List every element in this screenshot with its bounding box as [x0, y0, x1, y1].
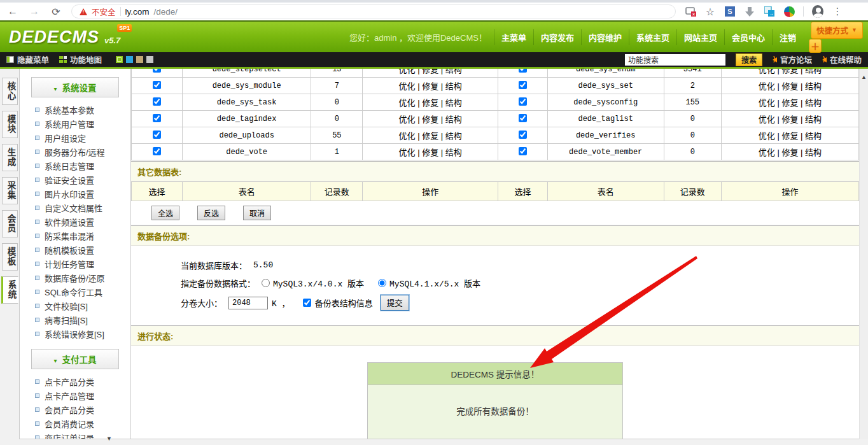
ops-link-优化[interactable]: 优化: [399, 81, 416, 91]
download-arrow-icon[interactable]: [744, 6, 755, 17]
security-warning-label[interactable]: 不安全: [92, 6, 116, 18]
content-scrollbar[interactable]: ▲: [859, 69, 868, 439]
chrome-menu-icon[interactable]: ⋮: [832, 6, 843, 17]
window-arrow-extension-icon[interactable]: →: [764, 6, 775, 17]
scrollbar-up-icon[interactable]: ▲: [861, 74, 867, 80]
ops-link-优化[interactable]: 优化: [759, 131, 775, 141]
button-反选[interactable]: 反选: [197, 206, 225, 220]
ops-link-结构[interactable]: 结构: [445, 81, 462, 91]
header-menu-item[interactable]: 主菜单: [494, 29, 533, 45]
sidebar-item[interactable]: 会员消费记录: [20, 416, 130, 430]
ops-link-结构[interactable]: 结构: [445, 148, 462, 157]
refresh-icon[interactable]: ⟳: [50, 6, 62, 18]
ops-link-修复[interactable]: 修复: [422, 131, 438, 141]
sidebar-item[interactable]: 验证安全设置: [20, 173, 130, 187]
add-shortcut-button[interactable]: ＋: [809, 39, 822, 53]
s-extension-icon[interactable]: S: [725, 6, 735, 17]
ops-link-修复[interactable]: 修复: [781, 69, 798, 74]
sidebar-tab-模块[interactable]: 模块: [2, 111, 18, 138]
sidebar-item[interactable]: 软件频道设置: [20, 215, 130, 229]
ops-link-结构[interactable]: 结构: [445, 115, 462, 124]
row-checkbox[interactable]: [153, 147, 161, 155]
theme-color-swatch[interactable]: [136, 56, 143, 63]
row-checkbox[interactable]: [153, 81, 161, 89]
row-checkbox[interactable]: [519, 147, 527, 155]
sidebar-item[interactable]: 会员产品分类: [20, 402, 130, 416]
online-help-link[interactable]: 在线帮助: [822, 53, 862, 66]
ops-link-优化[interactable]: 优化: [399, 98, 416, 108]
row-checkbox[interactable]: [519, 131, 527, 139]
back-icon[interactable]: ←: [6, 6, 19, 17]
sidebar-item[interactable]: 随机模板设置: [20, 243, 130, 257]
ops-link-优化[interactable]: 优化: [399, 69, 416, 74]
sidebar-item[interactable]: 文件校验[S]: [20, 299, 130, 313]
theme-color-swatch[interactable]: [146, 56, 153, 63]
ops-link-结构[interactable]: 结构: [805, 81, 822, 91]
security-warning-icon[interactable]: [80, 8, 87, 15]
ops-link-修复[interactable]: 修复: [422, 115, 438, 124]
sidebar-item[interactable]: 服务器分布/远程: [20, 145, 130, 159]
button-取消[interactable]: 取消: [243, 206, 271, 220]
forward-icon[interactable]: →: [28, 6, 41, 17]
sidebar-section-header[interactable]: ▾支付工具: [31, 349, 119, 369]
row-checkbox[interactable]: [153, 114, 161, 122]
sidebar-section-header[interactable]: ▾系统设置: [31, 77, 119, 97]
sidebar-tab-模板[interactable]: 模板: [2, 243, 18, 271]
row-checkbox[interactable]: [153, 69, 161, 73]
sidebar-item[interactable]: 自定义文档属性: [20, 201, 130, 215]
header-menu-item[interactable]: 系统主页: [629, 29, 676, 45]
ops-link-优化[interactable]: 优化: [759, 81, 775, 91]
ops-link-优化[interactable]: 优化: [759, 148, 775, 157]
row-checkbox[interactable]: [519, 97, 527, 106]
sidebar-tab-核心[interactable]: 核心: [2, 78, 18, 105]
shortcut-button[interactable]: 快捷方式▼: [811, 22, 863, 39]
row-checkbox[interactable]: [519, 81, 527, 89]
sidebar-tab-采集[interactable]: 采集: [2, 177, 18, 204]
ops-link-优化[interactable]: 优化: [399, 115, 416, 124]
sidebar-item[interactable]: 商店订单记录: [20, 430, 130, 439]
format-radio[interactable]: [378, 279, 386, 287]
sidebar-item[interactable]: 点卡产品分类: [20, 374, 130, 388]
sidebar-tab-会员[interactable]: 会员: [2, 210, 18, 237]
row-checkbox[interactable]: [153, 131, 161, 139]
address-bar[interactable]: 不安全 ly.com/dede/: [71, 4, 676, 18]
theme-color-swatch[interactable]: [116, 56, 123, 63]
ops-link-结构[interactable]: 结构: [805, 98, 822, 108]
ops-link-结构[interactable]: 结构: [445, 131, 462, 141]
sidebar-item[interactable]: 图片水印设置: [20, 187, 130, 201]
sidebar-tab-系统[interactable]: 系统: [1, 276, 18, 304]
row-checkbox[interactable]: [519, 114, 527, 122]
save-page-icon[interactable]: ×: [685, 6, 696, 17]
ops-link-修复[interactable]: 修复: [781, 148, 798, 157]
ops-link-结构[interactable]: 结构: [805, 148, 822, 157]
ops-link-修复[interactable]: 修复: [422, 81, 438, 91]
sidebar-item[interactable]: 系统基本参数: [20, 102, 130, 117]
official-forum-link[interactable]: 官方论坛: [773, 53, 812, 66]
header-menu-item[interactable]: 内容维护: [581, 29, 629, 45]
function-search-input[interactable]: [625, 54, 725, 66]
ops-link-优化[interactable]: 优化: [399, 131, 416, 141]
sidebar-item[interactable]: 系统错误修复[S]: [20, 327, 130, 341]
bookmark-star-icon[interactable]: ☆: [704, 6, 716, 17]
ops-link-优化[interactable]: 优化: [759, 98, 775, 108]
ops-link-修复[interactable]: 修复: [422, 69, 438, 74]
ops-link-结构[interactable]: 结构: [445, 98, 462, 108]
url-path[interactable]: /dede/: [154, 7, 178, 17]
sidebar-scroll-down-icon[interactable]: ▼: [106, 435, 112, 442]
idm-extension-icon[interactable]: [784, 6, 795, 17]
sidebar-item[interactable]: 计划任务管理: [20, 257, 130, 271]
url-host[interactable]: ly.com: [125, 7, 150, 17]
hide-menu-button[interactable]: 隐藏菜单: [6, 53, 49, 66]
sidebar-item[interactable]: 数据库备份/还原: [20, 271, 130, 285]
sidebar-tab-生成[interactable]: 生成: [2, 144, 18, 171]
structure-info-checkbox[interactable]: [303, 299, 311, 307]
sidebar-item[interactable]: SQL命令行工具: [20, 285, 130, 299]
header-menu-item[interactable]: 网站主页: [676, 29, 724, 45]
button-全选[interactable]: 全选: [151, 206, 179, 220]
format-radio[interactable]: [262, 279, 270, 287]
ops-link-结构[interactable]: 结构: [445, 69, 462, 74]
ops-link-优化[interactable]: 优化: [759, 69, 775, 74]
ops-link-修复[interactable]: 修复: [781, 115, 798, 124]
sidebar-item[interactable]: 点卡产品管理: [20, 388, 130, 402]
search-button[interactable]: 搜索: [736, 53, 762, 66]
